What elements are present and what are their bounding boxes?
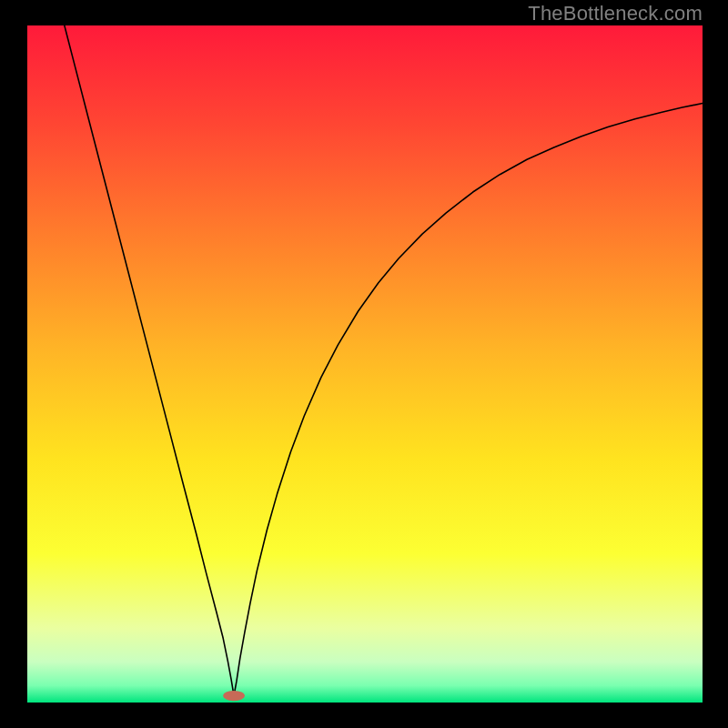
watermark-text: TheBottleneck.com: [528, 2, 703, 25]
plot-background: [27, 25, 703, 703]
chart-svg: [0, 0, 728, 728]
chart-frame: TheBottleneck.com: [0, 0, 728, 728]
min-marker: [223, 691, 245, 701]
